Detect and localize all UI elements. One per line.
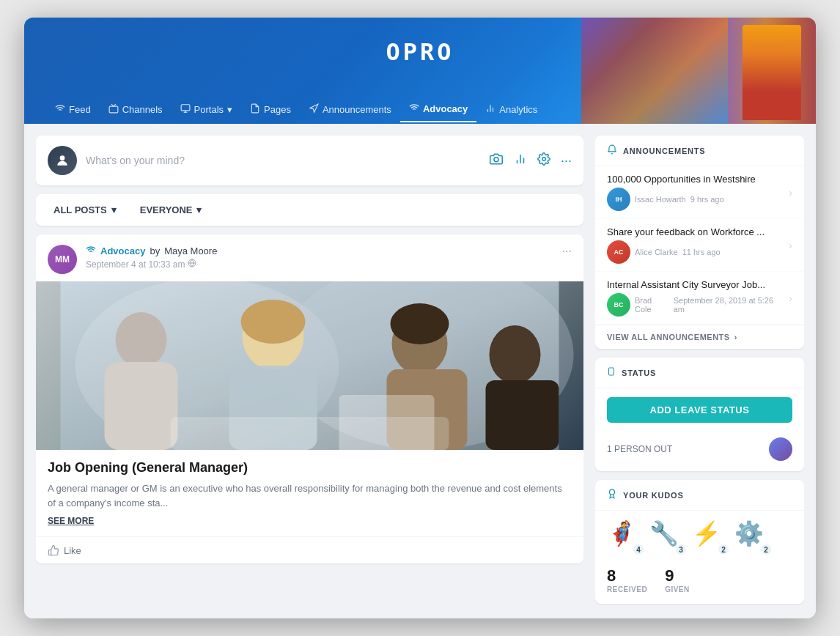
post-channel-row: Advocacy by Maya Moore bbox=[86, 245, 553, 257]
all-posts-chevron: ▾ bbox=[111, 204, 117, 215]
chevron-right-icon-2: › bbox=[789, 240, 792, 251]
post-author-name: Maya Moore bbox=[164, 245, 217, 256]
all-posts-filter[interactable]: ALL POSTS ▾ bbox=[48, 201, 122, 218]
nav-pages-label: Pages bbox=[264, 104, 291, 115]
nav-advocacy[interactable]: Advocacy bbox=[400, 97, 476, 122]
kudos-received: 8 RECEIVED bbox=[607, 566, 647, 594]
post-by-label: by bbox=[150, 245, 160, 256]
kudo-emoji-2: 🔧 bbox=[649, 520, 679, 547]
issac-time: 9 hrs ago bbox=[690, 195, 724, 204]
svg-point-35 bbox=[610, 489, 615, 495]
post-excerpt: A general manager or GM is an executive … bbox=[48, 481, 572, 510]
announcement-text: Share your feedback on Workforce ... AC … bbox=[607, 226, 781, 264]
post-time: September 4 at 10:33 am bbox=[86, 259, 553, 270]
person-out-label: 1 PERSON OUT bbox=[607, 444, 672, 454]
post-title: Job Opening (General Manager) bbox=[48, 460, 572, 476]
portals-dropdown-icon: ▾ bbox=[227, 104, 232, 115]
file-icon bbox=[250, 103, 260, 116]
current-user-avatar bbox=[48, 146, 77, 175]
issac-name: Issac Howarth bbox=[635, 195, 686, 204]
announcement-title-3: Internal Assistant City Surveyor Job... bbox=[607, 279, 781, 290]
svg-point-14 bbox=[542, 157, 546, 160]
view-all-chevron: › bbox=[734, 333, 737, 341]
kudo-emoji-4: ⚙️ bbox=[734, 520, 764, 547]
announcements-header: ANNOUNCEMENTS bbox=[595, 136, 804, 166]
post-card: MM Advocacy by Maya Moore September 4 at… bbox=[36, 234, 583, 563]
post-meta: Advocacy by Maya Moore September 4 at 10… bbox=[86, 245, 553, 270]
bar-chart-icon bbox=[485, 103, 495, 116]
kudo-count-1: 4 bbox=[632, 543, 645, 556]
nav-announcements[interactable]: Announcements bbox=[300, 97, 400, 122]
nav-pages[interactable]: Pages bbox=[241, 97, 300, 122]
kudos-badges: 🦸 4 🔧 3 ⚡ 2 ⚙️ 2 bbox=[595, 511, 804, 563]
status-card: STATUS ADD LEAVE STATUS 1 PERSON OUT bbox=[595, 358, 804, 471]
announcement-title-1: 100,000 Opportunities in Westshire bbox=[607, 174, 781, 185]
chevron-right-icon: › bbox=[789, 187, 792, 199]
announcement-text: Internal Assistant City Surveyor Job... … bbox=[607, 279, 781, 317]
content-area: What's on your mind? ··· A bbox=[24, 124, 816, 618]
announcement-author-3: BC Brad Cole September 28, 2019 at 5:26 … bbox=[607, 293, 781, 317]
post-more-menu[interactable]: ··· bbox=[562, 245, 572, 258]
announcements-card: ANNOUNCEMENTS 100,000 Opportunities in W… bbox=[595, 136, 804, 349]
svg-point-28 bbox=[391, 303, 449, 344]
navigation: Feed Channels Portals ▾ Pages bbox=[24, 95, 816, 124]
kudos-header: YOUR KUDOS bbox=[595, 480, 804, 511]
nav-channels[interactable]: Channels bbox=[100, 97, 172, 122]
announcement-author-2: AC Alice Clarke 11 hrs ago bbox=[607, 240, 781, 264]
alice-time: 11 hrs ago bbox=[682, 248, 721, 256]
kudos-card: YOUR KUDOS 🦸 4 🔧 3 ⚡ 2 bbox=[595, 480, 804, 604]
everyone-label: EVERYONE bbox=[140, 204, 193, 215]
svg-point-29 bbox=[490, 325, 541, 384]
all-posts-label: ALL POSTS bbox=[54, 204, 107, 215]
svg-rect-2 bbox=[181, 104, 190, 110]
svg-point-9 bbox=[60, 155, 65, 160]
view-all-label: VIEW ALL ANNOUNCEMENTS bbox=[607, 333, 730, 341]
announcement-item[interactable]: Internal Assistant City Surveyor Job... … bbox=[595, 272, 804, 325]
kudo-badge-2: 🔧 3 bbox=[649, 519, 685, 555]
person-out-row: 1 PERSON OUT bbox=[595, 432, 804, 471]
everyone-filter[interactable]: EVERYONE ▾ bbox=[134, 201, 208, 218]
kudo-badge-1: 🦸 4 bbox=[607, 519, 642, 555]
kudos-received-label: RECEIVED bbox=[607, 585, 647, 594]
brad-name: Brad Cole bbox=[635, 296, 669, 314]
kudos-icon bbox=[607, 489, 617, 501]
nav-advocacy-label: Advocacy bbox=[423, 103, 468, 114]
status-title: STATUS bbox=[622, 369, 656, 377]
issac-avatar: IH bbox=[607, 188, 630, 211]
sidebar: ANNOUNCEMENTS 100,000 Opportunities in W… bbox=[595, 136, 804, 607]
post-composer: What's on your mind? ··· bbox=[36, 136, 583, 185]
nav-feed[interactable]: Feed bbox=[46, 97, 100, 122]
kudo-count-4: 2 bbox=[759, 543, 773, 556]
like-label: Like bbox=[64, 545, 81, 556]
post-channel-name[interactable]: Advocacy bbox=[100, 245, 145, 256]
post-header: MM Advocacy by Maya Moore September 4 at… bbox=[36, 234, 583, 281]
globe-icon bbox=[188, 259, 196, 270]
kudo-count-2: 3 bbox=[674, 543, 688, 556]
kudo-emoji-1: 🦸 bbox=[607, 520, 636, 547]
view-all-announcements[interactable]: VIEW ALL ANNOUNCEMENTS › bbox=[595, 325, 804, 349]
megaphone-icon bbox=[309, 103, 319, 116]
announcement-author-1: IH Issac Howarth 9 hrs ago bbox=[607, 188, 781, 211]
svg-rect-32 bbox=[339, 395, 435, 450]
more-icon[interactable]: ··· bbox=[561, 153, 572, 169]
composer-actions: ··· bbox=[489, 152, 572, 169]
nav-analytics[interactable]: Analytics bbox=[476, 97, 546, 122]
app-logo: OPRO bbox=[386, 38, 454, 66]
announcement-title-2: Share your feedback on Workforce ... bbox=[607, 226, 781, 237]
camera-icon[interactable] bbox=[489, 152, 504, 169]
kudo-badge-3: ⚡ 2 bbox=[692, 519, 727, 555]
kudo-count-3: 2 bbox=[717, 543, 730, 556]
announcement-item[interactable]: 100,000 Opportunities in Westshire IH Is… bbox=[595, 166, 804, 219]
tv-icon bbox=[108, 103, 119, 116]
like-button[interactable]: Like bbox=[48, 544, 81, 556]
announcement-item[interactable]: Share your feedback on Workforce ... AC … bbox=[595, 219, 804, 272]
composer-input-field[interactable]: What's on your mind? bbox=[86, 155, 480, 166]
chart-icon[interactable] bbox=[514, 152, 527, 169]
settings-icon[interactable] bbox=[537, 152, 550, 169]
nav-portals[interactable]: Portals ▾ bbox=[172, 97, 241, 122]
nav-feed-label: Feed bbox=[69, 104, 91, 115]
kudos-stats: 8 RECEIVED 9 GIVEN bbox=[595, 563, 804, 604]
kudos-received-value: 8 bbox=[607, 566, 647, 585]
add-leave-button[interactable]: ADD LEAVE STATUS bbox=[607, 397, 792, 423]
see-more-link[interactable]: SEE MORE bbox=[48, 516, 572, 526]
